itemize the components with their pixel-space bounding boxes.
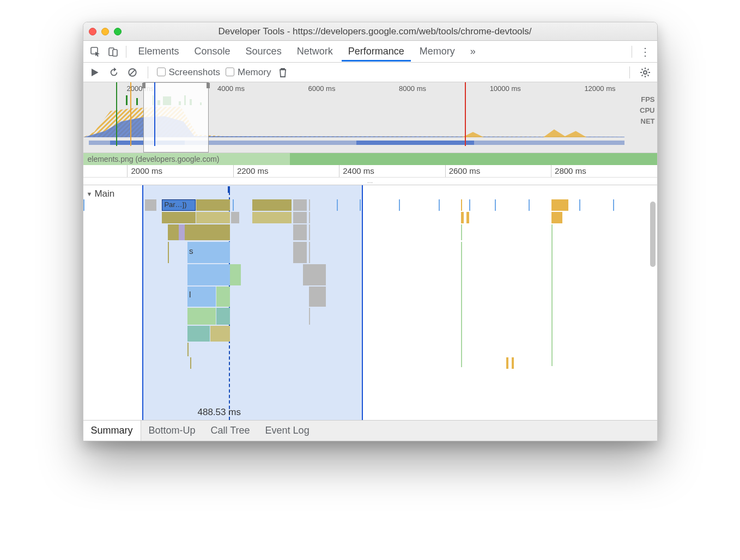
flame-task[interactable] [83,199,140,211]
tab-network[interactable]: Network [290,41,339,62]
separator [148,66,148,78]
flame-frame[interactable] [231,212,240,223]
flame-task[interactable] [360,199,388,211]
flame-frame[interactable] [309,212,331,223]
flame-frame[interactable] [230,264,241,285]
overview-selection[interactable] [143,82,209,153]
flame-frame[interactable] [303,264,325,285]
tab-performance[interactable]: Performance [342,41,411,62]
close-window-button[interactable] [89,28,96,35]
ruler-section: elements.png (developers.google.com) 200… [83,153,657,185]
flame-frame[interactable] [252,212,292,223]
flame-task[interactable] [439,199,456,211]
flame-task[interactable] [579,199,602,211]
flame-task[interactable] [613,199,635,211]
svg-rect-2 [113,50,117,56]
flame-task-selected[interactable]: Par…]) [162,199,196,211]
overview-selection-handle-right[interactable] [207,83,210,88]
tab-sources[interactable]: Sources [239,41,288,62]
screenshots-checkbox[interactable]: Screenshots [157,67,221,78]
flame-task[interactable] [233,199,250,211]
flame-frame[interactable] [461,212,464,223]
overview-timeline[interactable]: 2000 ms 4000 ms 6000 ms 8000 ms 10000 ms… [83,82,657,153]
tab-elements[interactable]: Elements [132,41,186,62]
flame-frame[interactable] [309,242,331,263]
main-thread-label[interactable]: Main [87,188,115,199]
record-button-icon[interactable] [89,66,102,79]
garbage-collect-icon[interactable] [276,66,289,79]
flame-task[interactable] [145,199,156,211]
flame-frame-l[interactable]: l [187,287,216,307]
flame-frame[interactable] [187,343,230,356]
flame-task[interactable] [196,199,230,211]
flame-frame[interactable] [196,212,230,223]
inspect-element-icon[interactable] [88,44,103,59]
flame-frame[interactable] [162,212,196,223]
time-ruler[interactable]: 2000 ms 2200 ms 2400 ms 2600 ms 2800 ms [83,165,657,177]
flame-frame[interactable] [551,212,563,223]
panel-tabbar: Elements Console Sources Network Perform… [83,41,657,63]
memory-label: Memory [238,67,271,77]
flame-frame[interactable] [168,242,185,263]
flame-frame-s[interactable]: s [187,242,230,263]
collapsed-tracks-ellipsis[interactable]: … [83,177,657,185]
flame-frame[interactable] [179,224,184,240]
flame-frame[interactable] [168,224,179,240]
tab-memory[interactable]: Memory [413,41,462,62]
flame-frame[interactable] [466,212,469,223]
flame-frame[interactable] [512,357,514,369]
overview-tick: 6000 ms [308,84,336,93]
flame-frame[interactable] [187,308,216,325]
flame-frame[interactable] [293,224,307,240]
flame-task[interactable] [252,199,292,211]
flame-task[interactable] [495,199,512,211]
more-options-icon[interactable]: ⋮ [638,44,653,59]
window-titlebar: Developer Tools - https://developers.goo… [83,22,657,41]
capture-settings-gear-icon[interactable] [639,66,652,79]
flame-frame[interactable] [216,308,230,325]
details-tabbar: Summary Bottom-Up Call Tree Event Log [83,420,657,441]
flame-frame[interactable] [185,224,230,240]
tab-console[interactable]: Console [188,41,237,62]
tab-overflow[interactable]: » [464,41,482,62]
details-tab-summary[interactable]: Summary [83,421,141,441]
overview-selection-handle-left[interactable] [142,83,145,88]
details-tab-call-tree[interactable]: Call Tree [203,421,258,441]
flame-frame[interactable] [293,242,307,263]
flame-task[interactable] [337,199,354,211]
reload-record-icon[interactable] [107,66,120,79]
flame-task[interactable] [461,199,466,211]
flame-frame[interactable] [216,287,230,307]
screenshots-label: Screenshots [169,67,221,77]
flame-task[interactable] [293,199,307,211]
flame-frame[interactable] [187,326,210,342]
flame-frame[interactable] [293,212,307,223]
flame-frame[interactable] [309,224,331,240]
network-resource-strip[interactable]: elements.png (developers.google.com) [83,153,657,165]
overview-tick: 10000 ms [490,84,521,93]
overview-tick: 8000 ms [399,84,426,93]
flame-frame[interactable] [190,357,229,369]
flame-task[interactable] [309,199,331,211]
flame-task[interactable] [469,199,486,211]
flame-scrollbar[interactable] [650,202,656,267]
flame-canvas: Par…]) [83,199,647,420]
flame-frame[interactable] [210,326,229,342]
memory-checkbox[interactable]: Memory [226,67,271,78]
flame-task[interactable] [551,199,568,211]
flame-task[interactable] [529,199,545,211]
details-tab-bottom-up[interactable]: Bottom-Up [141,421,203,441]
flame-frame[interactable] [309,287,326,307]
clear-icon[interactable] [126,66,139,79]
overview-track-labels: FPS CPU NET [640,94,654,127]
svg-line-4 [129,69,135,75]
flame-frame[interactable] [506,357,508,369]
flame-frame[interactable] [309,308,326,325]
flame-frame[interactable] [187,264,230,285]
toggle-device-toolbar-icon[interactable] [105,44,120,59]
flame-chart[interactable]: Main 488.53 ms Par…]) [83,185,657,420]
details-tab-event-log[interactable]: Event Log [258,421,317,441]
flame-task[interactable] [399,199,427,211]
track-label-cpu: CPU [640,105,654,116]
flame-frame[interactable] [461,224,470,240]
